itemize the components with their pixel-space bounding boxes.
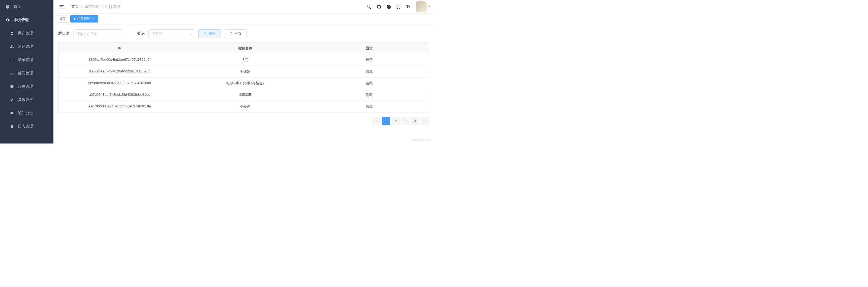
sidebar-item-label: 角色管理 — [18, 44, 33, 49]
header: 首页 / 系统管理 / 栏目管理 ▾ — [54, 0, 434, 13]
cell-name: 335335 — [181, 89, 310, 101]
th-name: 栏目名称 — [181, 42, 310, 54]
tab-home[interactable]: 首页 — [56, 15, 69, 23]
cell-id: a67b6543ebf248bdb38d40636dee30dc — [59, 89, 181, 101]
page-4[interactable]: 4 — [411, 117, 420, 125]
sidebar-item-label: 菜单管理 — [18, 58, 33, 62]
table-row[interactable]: 8356ac7be90a4bd2ae671497d7322e5f 大哥 显示 — [59, 54, 429, 66]
sidebar-item-label: 通知公告 — [18, 111, 33, 116]
search-button-label: 搜索 — [209, 31, 216, 36]
cell-name: 小妹妹 — [181, 66, 310, 77]
users-icon — [10, 44, 14, 49]
cell-show: 隐藏 — [310, 101, 429, 112]
sidebar-item-post[interactable]: 岗位管理 — [0, 80, 54, 93]
breadcrumb-sys[interactable]: 系统管理 — [84, 4, 99, 9]
cell-name: 小俊俊 — [181, 101, 310, 112]
tab-label: 首页 — [59, 17, 66, 21]
message-icon — [10, 111, 14, 115]
breadcrumb: 首页 / 系统管理 / 栏目管理 — [71, 4, 120, 9]
search-icon[interactable] — [367, 4, 372, 9]
gear-icon — [5, 18, 10, 22]
tab-active[interactable]: 栏目管理 ✕ — [70, 15, 98, 23]
active-dot-icon — [74, 18, 75, 20]
help-icon[interactable] — [386, 4, 392, 9]
avatar[interactable] — [416, 1, 427, 12]
cell-name: 哇哦--杰哥好帅 (有品位) — [181, 77, 310, 89]
dashboard-icon — [5, 5, 10, 9]
cell-id: aac7066337a748ebbbb06e0974b3618e — [59, 101, 181, 112]
name-label: 栏目名 — [58, 31, 70, 36]
font-size-icon[interactable] — [405, 4, 411, 9]
table-header: ID 栏目名称 显示 — [59, 42, 429, 54]
tab-label: 栏目管理 — [77, 17, 90, 21]
table-row[interactable]: a67b6543ebf248bdb38d40636dee30dc 335335 … — [59, 89, 429, 101]
breadcrumb-home[interactable]: 首页 — [71, 4, 79, 9]
show-select[interactable]: 请选择 ⌄ — [148, 29, 195, 38]
table: ID 栏目名称 显示 8356ac7be90a4bd2ae671497d7322… — [58, 42, 429, 113]
sidebar-group-system[interactable]: 系统管理 ⌃ — [0, 13, 54, 27]
chevron-down-icon: ⌄ — [190, 32, 192, 36]
chevron-right-icon: › — [48, 125, 49, 128]
page-prev[interactable]: ‹ — [372, 117, 380, 125]
refresh-icon — [229, 31, 233, 36]
sidebar-item-config[interactable]: 参数设置 — [0, 93, 54, 106]
watermark: CSDN @雷寓农 — [412, 138, 431, 142]
sidebar-item-label: 岗位管理 — [18, 84, 33, 89]
github-icon[interactable] — [376, 4, 382, 9]
list-icon — [10, 58, 14, 62]
breadcrumb-sep: / — [102, 5, 103, 9]
caret-down-icon[interactable]: ▾ — [428, 5, 430, 8]
sidebar-item-notice[interactable]: 通知公告 — [0, 106, 54, 120]
sidebar-item-label: 日志管理 — [18, 124, 33, 129]
sidebar-group-label: 系统管理 — [13, 18, 29, 23]
sidebar-home[interactable]: 首页 — [0, 0, 54, 13]
sidebar-item-dept[interactable]: 部门管理 — [0, 66, 54, 80]
sidebar-item-menu[interactable]: 菜单管理 — [0, 53, 54, 66]
cell-show: 隐藏 — [310, 89, 429, 101]
cell-show: 显示 — [310, 54, 429, 66]
reset-button[interactable]: 重置 — [224, 29, 247, 38]
th-id: ID — [59, 42, 181, 54]
page-2[interactable]: 2 — [392, 117, 400, 125]
chevron-up-icon: ⌃ — [46, 18, 49, 22]
breadcrumb-page: 栏目管理 — [105, 4, 120, 9]
select-placeholder: 请选择 — [151, 31, 162, 36]
sidebar-item-label: 参数设置 — [18, 97, 33, 102]
table-row[interactable]: 9596aeee43b04a36a9807a52841b25ad 哇哦--杰哥好… — [59, 77, 429, 89]
sidebar: 首页 系统管理 ⌃ 用户管理 角色管理 菜单管理 部门管理 岗位管理 — [0, 0, 54, 144]
fullscreen-icon[interactable] — [396, 4, 401, 9]
show-label: 显示 — [137, 31, 145, 36]
log-icon — [10, 124, 14, 129]
reset-button-label: 重置 — [235, 31, 241, 36]
pagination: ‹ 1 2 3 4 › — [54, 113, 434, 129]
page-next[interactable]: › — [421, 117, 429, 125]
table-row[interactable]: aac7066337a748ebbbb06e0974b3618e 小俊俊 隐藏 — [59, 101, 429, 112]
sidebar-home-label: 首页 — [13, 4, 21, 9]
page-1[interactable]: 1 — [382, 117, 390, 125]
tabs: 首页 栏目管理 ✕ — [54, 13, 434, 24]
close-icon[interactable]: ✕ — [92, 17, 95, 21]
table-row[interactable]: 852796aa57424c20a65f28618110693b 小妹妹 隐藏 — [59, 66, 429, 77]
search-button[interactable]: 搜索 — [198, 29, 221, 38]
cell-show: 隐藏 — [310, 66, 429, 77]
th-show: 显示 — [310, 42, 429, 54]
name-input[interactable] — [73, 29, 122, 38]
sidebar-item-log[interactable]: 日志管理 › — [0, 120, 54, 133]
sidebar-item-role[interactable]: 角色管理 — [0, 40, 54, 53]
sitemap-icon — [10, 71, 14, 75]
cell-name: 大哥 — [181, 54, 310, 66]
toolbar: 栏目名 显示 请选择 ⌄ 搜索 重置 — [54, 24, 434, 41]
collapse-menu-icon[interactable] — [59, 4, 64, 9]
cell-id: 8356ac7be90a4bd2ae671497d7322e5f — [59, 54, 181, 66]
sidebar-item-user[interactable]: 用户管理 — [0, 27, 54, 40]
sidebar-item-label: 部门管理 — [18, 71, 33, 76]
cell-id: 852796aa57424c20a65f28618110693b — [59, 66, 181, 77]
edit-icon — [10, 98, 14, 102]
id-icon — [10, 84, 14, 89]
main: 首页 / 系统管理 / 栏目管理 ▾ 首页 栏目管理 ✕ — [54, 0, 434, 144]
page-3[interactable]: 3 — [401, 117, 410, 125]
cell-show: 隐藏 — [310, 77, 429, 89]
breadcrumb-sep: / — [81, 5, 82, 9]
sidebar-item-label: 用户管理 — [18, 31, 33, 36]
cell-id: 9596aeee43b04a36a9807a52841b25ad — [59, 77, 181, 89]
